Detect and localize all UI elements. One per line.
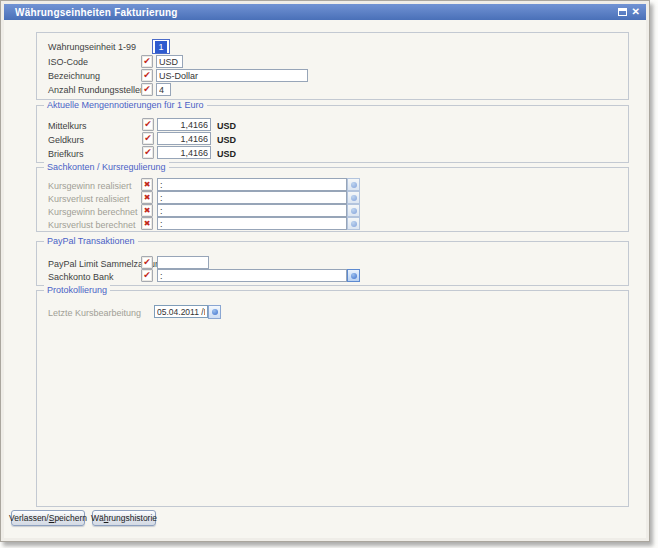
clear-x-icon[interactable]: ✖ [141,178,153,191]
bank-account-input[interactable] [157,269,347,282]
edit-check-icon[interactable]: ✔ [141,69,153,82]
selected-text: 1 [155,41,166,53]
bid-rate-input[interactable] [157,132,211,145]
edit-check-icon[interactable]: ✔ [141,269,153,282]
edit-check-icon[interactable]: ✔ [141,256,153,269]
lookup-button[interactable] [347,204,360,217]
clear-x-icon[interactable]: ✖ [141,217,153,230]
button-label: rungshistorie [108,513,157,523]
edit-check-icon[interactable]: ✔ [142,132,154,145]
restore-icon[interactable] [618,8,627,16]
group-log-legend: Protokollierung [44,285,110,295]
paypal-limit-input[interactable] [157,256,209,269]
gain-calculated-account-input[interactable] [157,204,347,217]
button-label: Verlassen/ [9,513,49,523]
lookup-icon [351,195,357,201]
lookup-icon [351,182,357,188]
lookup-button[interactable] [347,191,360,204]
group-paypal-legend: PayPal Transaktionen [44,236,138,246]
field-label: Briefkurs [48,149,84,159]
currency-unit-label: USD [217,135,236,145]
loss-realized-account-input[interactable] [157,191,347,204]
close-icon[interactable]: ✕ [632,7,640,17]
edit-check-icon[interactable]: ✔ [141,83,153,96]
group-rates-legend: Aktuelle Mengennotierungen für 1 Euro [44,100,207,110]
lookup-icon [351,208,357,214]
iso-code-input[interactable] [156,55,183,68]
last-rate-edit-input[interactable] [154,305,208,318]
loss-calculated-account-input[interactable] [157,217,347,230]
lookup-icon [351,273,357,279]
currency-unit-label: USD [217,121,236,131]
field-label: Kursverlust realisiert [48,194,130,204]
mid-rate-input[interactable] [157,118,211,131]
ask-rate-input[interactable] [157,146,211,159]
currency-history-button[interactable]: Währungshistorie [92,510,156,526]
field-label: Geldkurs [48,135,84,145]
field-label: Kursgewinn berechnet [48,207,138,217]
titlebar: Währungseinheiten Fakturierung ✕ [4,4,646,20]
clear-x-icon[interactable]: ✖ [141,204,153,217]
field-label: Kursverlust berechnet [48,220,136,230]
edit-check-icon[interactable]: ✔ [141,55,153,68]
currency-unit-input[interactable]: 1 [152,39,170,54]
lookup-button[interactable] [347,178,360,191]
field-label: Anzahl Rundungsstellen [48,85,145,95]
field-label: ISO-Code [48,57,88,67]
save-exit-button[interactable]: Verlassen/Speichern [11,510,85,526]
dialog-window: Währungseinheiten Fakturierung ✕ Währung… [0,0,650,542]
field-label: Bezeichnung [48,71,100,81]
edit-check-icon[interactable]: ✔ [142,146,154,159]
lookup-button[interactable] [347,269,360,282]
lookup-icon [212,309,218,315]
field-label: Währungseinheit 1-99 [48,42,136,52]
gain-realized-account-input[interactable] [157,178,347,191]
edit-check-icon[interactable]: ✔ [142,118,154,131]
field-label: Sachkonto Bank [48,272,114,282]
button-label: peichern [54,513,87,523]
window-title: Währungseinheiten Fakturierung [4,7,178,18]
field-label: Letzte Kursbearbeitung [48,308,141,318]
group-log: Protokollierung [36,290,629,507]
currency-unit-label: USD [217,149,236,159]
field-label: Mittelkurs [48,121,87,131]
lookup-icon [351,221,357,227]
group-accounts-legend: Sachkonten / Kursregulierung [44,162,169,172]
group-rates: Aktuelle Mengennotierungen für 1 Euro [36,105,629,163]
rounding-digits-input[interactable] [156,83,171,96]
clear-x-icon[interactable]: ✖ [141,191,153,204]
designation-input[interactable] [156,69,308,82]
date-lookup-button[interactable] [208,305,221,319]
lookup-button[interactable] [347,217,360,230]
button-label: Wä [91,513,104,523]
field-label: Kursgewinn realisiert [48,181,132,191]
